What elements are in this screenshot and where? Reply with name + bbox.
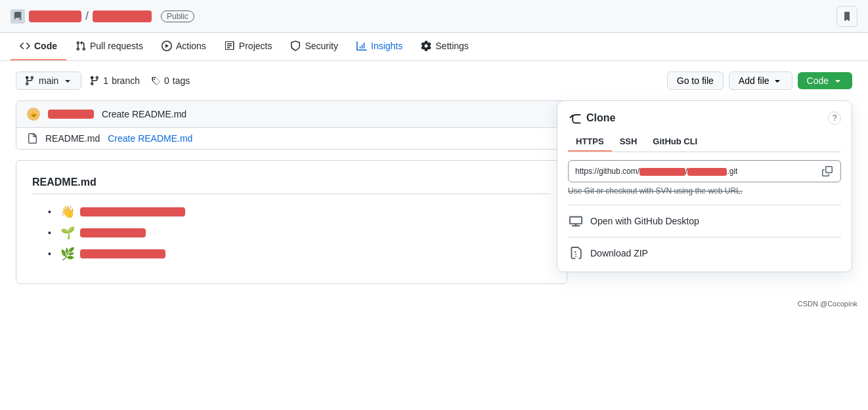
chevron-down-code-icon (833, 75, 843, 86)
top-bar: / Public (0, 0, 868, 33)
insights-icon (357, 41, 367, 51)
add-file-button[interactable]: Add file (729, 72, 792, 90)
projects-icon (225, 41, 235, 51)
pull-request-icon (76, 41, 86, 51)
branch-label: branch (112, 75, 140, 86)
clone-url-box: https://github.com//.git (568, 160, 841, 182)
clone-action-zip-label: Download ZIP (590, 248, 648, 258)
readme-redact-3 (80, 249, 165, 258)
clone-title: Clone (568, 112, 615, 125)
file-table-header: 🐱 Create README.md (16, 101, 567, 128)
branch-count-link[interactable]: 1 branch (89, 75, 140, 86)
repo-path: / Public (11, 9, 194, 24)
file-name[interactable]: README.md (45, 133, 100, 144)
bookmark-icon[interactable] (836, 6, 857, 27)
tab-insights-label: Insights (371, 41, 402, 51)
clone-tab-ssh[interactable]: SSH (612, 133, 645, 152)
branch-selector[interactable]: main (16, 72, 81, 90)
repo-name[interactable] (93, 10, 152, 22)
clone-action-desktop-label: Open with GitHub Desktop (590, 216, 699, 226)
tab-security-label: Security (305, 41, 338, 51)
public-badge: Public (161, 10, 194, 22)
readme-title: README.md (32, 176, 551, 194)
repo-owner[interactable] (29, 10, 81, 22)
tab-projects-label: Projects (239, 41, 272, 51)
footer: CSDN @Cocopink (0, 295, 868, 313)
copy-icon (822, 166, 833, 176)
tab-pull-requests[interactable]: Pull requests (66, 33, 152, 60)
url-suffix: .git (727, 167, 737, 176)
tab-projects[interactable]: Projects (215, 33, 282, 60)
main-content: main 1 branch 0 tags Go to file Add file… (0, 61, 868, 295)
tab-code[interactable]: Code (11, 33, 66, 60)
clone-help-button[interactable]: ? (828, 112, 841, 125)
clone-hint: Use Git or checkout with SVN using the w… (568, 186, 841, 195)
list-item: 👋 (48, 205, 551, 219)
readme-list: 👋 🌱 🌿 (32, 205, 551, 261)
tab-security[interactable]: Security (281, 33, 347, 60)
commit-avatar: 🐱 (27, 108, 40, 121)
url-repo-redact (687, 168, 727, 176)
readme-redact-2 (80, 228, 146, 237)
desktop-icon (568, 213, 584, 229)
commit-user (48, 110, 94, 119)
branch-meta: 1 branch 0 tags (89, 75, 190, 86)
readme-section: README.md 👋 🌱 🌿 (16, 160, 567, 284)
tab-code-label: Code (34, 41, 57, 51)
ssh-tab-label: SSH (620, 136, 638, 146)
branch-bar-right: Go to file Add file Code (667, 72, 852, 90)
branch-count-icon (89, 75, 100, 86)
list-item: 🌿 (48, 247, 551, 261)
clone-tabs: HTTPS SSH GitHub CLI (568, 133, 841, 152)
emoji-2: 🌱 (60, 226, 75, 240)
clone-title-text: Clone (586, 112, 615, 124)
code-icon (20, 41, 30, 51)
tab-actions[interactable]: Actions (152, 33, 215, 60)
copy-url-button[interactable] (821, 165, 834, 178)
clone-url-text: https://github.com//.git (575, 167, 815, 176)
file-icon (27, 133, 37, 144)
readme-redact-1 (80, 207, 185, 216)
branch-icon (24, 75, 35, 86)
url-owner-redact (640, 168, 685, 176)
tags-count: 0 (164, 75, 169, 86)
cli-tab-label: GitHub CLI (653, 136, 697, 146)
clone-icon (568, 112, 581, 125)
file-table: 🐱 Create README.md README.md Create READ… (16, 100, 567, 150)
branch-name: main (39, 75, 58, 86)
clone-header: Clone ? (568, 112, 841, 125)
list-item: 🌱 (48, 226, 551, 240)
repo-owner-icon (11, 9, 25, 24)
url-prefix: https://github.com/ (575, 167, 640, 176)
footer-text: CSDN @Cocopink (798, 300, 857, 308)
branch-bar: main 1 branch 0 tags Go to file Add file… (16, 72, 852, 90)
table-row: README.md Create README.md (16, 128, 567, 149)
clone-action-zip[interactable]: Download ZIP (568, 237, 841, 261)
tab-settings[interactable]: Settings (412, 33, 478, 60)
tab-insights[interactable]: Insights (347, 33, 412, 60)
commit-link[interactable]: Create README.md (108, 133, 192, 144)
chevron-down-icon (62, 75, 73, 86)
settings-icon (421, 41, 431, 51)
file-commit-link[interactable]: Create README.md (108, 133, 556, 144)
code-btn-label: Code (807, 75, 829, 86)
code-dropdown-button[interactable]: Code (798, 72, 852, 89)
clone-action-desktop[interactable]: Open with GitHub Desktop (568, 205, 841, 237)
tab-settings-label: Settings (435, 41, 469, 51)
tags-link[interactable]: 0 tags (150, 75, 190, 86)
nav-tabs: Code Pull requests Actions Projects Secu… (0, 33, 868, 61)
zip-icon (568, 245, 584, 261)
https-tab-label: HTTPS (576, 136, 604, 146)
tags-label: tags (173, 75, 190, 86)
tab-actions-label: Actions (176, 41, 206, 51)
security-icon (290, 41, 301, 51)
add-file-label: Add file (739, 75, 770, 86)
clone-panel: Clone ? HTTPS SSH GitHub CLI https://git… (557, 100, 852, 272)
emoji-3: 🌿 (60, 247, 75, 261)
emoji-1: 👋 (60, 205, 75, 219)
clone-tab-cli[interactable]: GitHub CLI (645, 133, 705, 152)
actions-icon (162, 41, 172, 51)
commit-message: Create README.md (102, 109, 186, 119)
clone-tab-https[interactable]: HTTPS (568, 133, 612, 152)
go-to-file-button[interactable]: Go to file (667, 72, 724, 90)
